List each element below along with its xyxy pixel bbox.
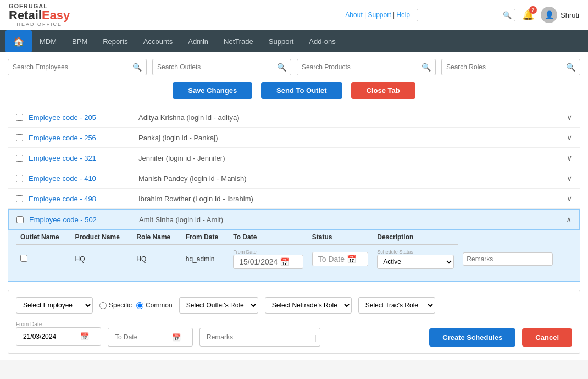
expand-icon-321[interactable]: ∨ — [567, 153, 572, 162]
send-to-outlet-button[interactable]: Send To Outlet — [261, 82, 342, 99]
to-date-field[interactable]: 📅 — [108, 320, 193, 347]
search-products-input[interactable] — [302, 63, 421, 71]
from-date-input[interactable]: 15/01/2024 📅 — [233, 255, 303, 269]
to-date-cell[interactable]: To Date 📅 — [308, 245, 373, 274]
nav-admin[interactable]: Admin — [180, 30, 216, 52]
nav-reports[interactable]: Reports — [95, 30, 136, 52]
employee-name-205: Aditya Krishna (login id - aditya) — [138, 113, 567, 122]
expand-icon-256[interactable]: ∨ — [567, 133, 572, 142]
nav-bpm[interactable]: BPM — [64, 30, 95, 52]
cancel-button[interactable]: Cancel — [522, 328, 572, 347]
search-products-field[interactable]: 🔍 — [297, 59, 436, 75]
nav-home[interactable]: 🏠 — [5, 30, 32, 52]
employee-checkbox-205[interactable] — [16, 114, 23, 121]
sub-table-container: Outlet Name Product Name Role Name From … — [8, 230, 580, 282]
status-cell[interactable]: Schedule Status Active Inactive — [373, 245, 458, 274]
employee-checkbox-502[interactable] — [16, 216, 24, 223]
employee-name-410: Manish Pandey (login id - Manish) — [138, 174, 567, 183]
nav-nettrade[interactable]: NetTrade — [216, 30, 261, 52]
to-date-placeholder: To Date — [318, 255, 345, 263]
expand-icon-410[interactable]: ∨ — [567, 174, 572, 183]
employee-link-502[interactable]: Employee code - 502 — [29, 216, 128, 224]
nav-accounts[interactable]: Accounts — [136, 30, 180, 52]
logo-retail: Retail — [9, 8, 42, 22]
employee-link-321[interactable]: Employee code - 321 — [29, 154, 127, 162]
employee-name-502: Amit Sinha (login id - Amit) — [139, 216, 566, 224]
calendar-icon[interactable]: 📅 — [347, 255, 356, 263]
support-link[interactable]: Support — [368, 11, 391, 19]
radio-specific-label[interactable]: Specific — [99, 301, 132, 309]
help-link[interactable]: Help — [396, 11, 410, 19]
select-nettrade-role[interactable]: Select Nettrade's Role — [265, 297, 352, 314]
status-label: Schedule Status — [377, 249, 454, 255]
remarks-cell[interactable] — [458, 245, 572, 274]
expand-icon-498[interactable]: ∨ — [567, 194, 572, 203]
remarks-divider: | — [315, 333, 317, 342]
col-outlet: Outlet Name — [16, 230, 70, 245]
nav-addons[interactable]: Add-ons — [301, 30, 343, 52]
from-date-calendar-icon[interactable]: 📅 — [80, 332, 89, 340]
global-search[interactable]: 🔍 — [417, 9, 515, 21]
employee-row: Employee code - 498 Ibrahim Rowther (Log… — [8, 189, 580, 209]
from-date-field[interactable]: From Date 📅 — [16, 321, 101, 346]
user-name: Shruti — [561, 11, 579, 19]
from-date-value-input[interactable] — [20, 330, 80, 343]
select-employee[interactable]: Select Employee — [16, 297, 93, 314]
employee-checkbox-256[interactable] — [16, 134, 23, 141]
row-checkbox[interactable] — [20, 255, 27, 262]
global-search-input[interactable] — [420, 11, 503, 19]
logo: GOFRUGAL RetailEasy HEAD OFFICE — [9, 3, 70, 27]
nav-support[interactable]: Support — [261, 30, 302, 52]
search-outlets-field[interactable]: 🔍 — [152, 59, 291, 75]
search-employees-field[interactable]: 🔍 — [8, 59, 147, 75]
top-links: About | Support | Help — [345, 11, 410, 19]
select-tracs-role[interactable]: Select Trac's Role — [358, 297, 435, 314]
search-products-icon: 🔍 — [421, 63, 431, 72]
remarks-input[interactable] — [463, 252, 553, 266]
save-changes-button[interactable]: Save Changes — [173, 82, 252, 99]
expand-icon-502[interactable]: ∧ — [566, 215, 572, 224]
search-icon: 🔍 — [503, 11, 512, 19]
search-outlets-input[interactable] — [157, 63, 277, 71]
employee-checkbox-498[interactable] — [16, 195, 23, 202]
search-employees-input[interactable] — [13, 63, 132, 71]
radio-common-text: Common — [146, 301, 173, 309]
table-row: HQ HQ hq_admin From Date 15/01/2024 📅 — [16, 245, 572, 274]
to-date-value-input[interactable] — [112, 331, 172, 344]
employee-link-410[interactable]: Employee code - 410 — [29, 174, 127, 183]
close-tab-button[interactable]: Close Tab — [351, 82, 415, 99]
employee-link-498[interactable]: Employee code - 498 — [29, 195, 127, 203]
remarks-field[interactable]: | — [199, 328, 320, 347]
radio-common[interactable] — [136, 302, 143, 309]
notification-bell[interactable]: 🔔 7 — [522, 9, 534, 21]
employee-row: Employee code - 256 Pankaj (login id - P… — [8, 128, 580, 148]
sub-table: Outlet Name Product Name Role Name From … — [16, 230, 572, 273]
action-buttons: Save Changes Send To Outlet Close Tab — [8, 82, 580, 99]
search-roles-input[interactable] — [446, 63, 566, 71]
create-schedules-button[interactable]: Create Schedules — [429, 328, 515, 347]
expand-icon-205[interactable]: ∨ — [567, 113, 572, 122]
to-date-calendar-icon[interactable]: 📅 — [172, 333, 181, 342]
about-link[interactable]: About — [345, 11, 362, 19]
status-select[interactable]: Active Inactive — [377, 255, 454, 269]
employee-link-256[interactable]: Employee code - 256 — [29, 134, 127, 142]
radio-specific[interactable] — [99, 302, 107, 309]
radio-common-label[interactable]: Common — [136, 301, 173, 309]
select-outlets-role[interactable]: Select Outlet's Role — [179, 297, 258, 314]
employee-link-205[interactable]: Employee code - 205 — [29, 113, 127, 122]
user-menu[interactable]: 👤 Shruti — [541, 7, 579, 23]
calendar-icon[interactable]: 📅 — [280, 257, 289, 266]
to-date-input[interactable]: To Date 📅 — [312, 252, 369, 266]
employee-checkbox-321[interactable] — [16, 155, 23, 162]
from-date-cell[interactable]: From Date 15/01/2024 📅 — [229, 245, 308, 274]
logo-sub: HEAD OFFICE — [9, 21, 70, 27]
nav-mdm[interactable]: MDM — [32, 30, 64, 52]
search-roles-field[interactable]: 🔍 — [441, 59, 580, 75]
employee-checkbox-410[interactable] — [16, 175, 23, 182]
employee-row: Employee code - 205 Aditya Krishna (logi… — [8, 107, 580, 128]
role-name-cell: hq_admin — [181, 245, 229, 274]
radio-specific-text: Specific — [109, 301, 132, 309]
bottom-row-2: From Date 📅 📅 | Create Schedu — [16, 320, 572, 347]
product-name-cell: HQ — [132, 245, 181, 274]
remarks-bottom-input[interactable] — [203, 331, 315, 344]
